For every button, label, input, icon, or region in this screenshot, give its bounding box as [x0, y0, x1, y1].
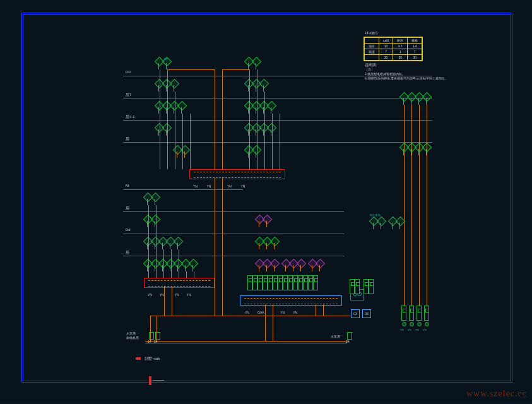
busbar-labels: YN YN YN YN [148, 287, 191, 299]
riser-label: VN [408, 328, 411, 331]
notes-block: 说明四: （含） 2.低压配电柜成套柜面内装。 分观察部分的柜体,母排规格均为型… [365, 63, 472, 81]
wire [162, 316, 351, 316]
bus-label: YN [160, 293, 164, 297]
wire [175, 92, 175, 169]
junction-dot [402, 322, 406, 326]
wire [264, 92, 265, 169]
td [365, 55, 379, 61]
wire-trunk [222, 178, 223, 316]
legend: 别墅–cab [136, 356, 160, 362]
td: 30 [393, 55, 408, 61]
wire [316, 304, 316, 316]
riser [427, 105, 427, 309]
busbar-blue [240, 295, 342, 306]
bus-label: YN [186, 293, 191, 297]
legend-text: 别墅–cab [145, 357, 160, 360]
floor-label: 层 [126, 136, 129, 142]
cad-viewport: DD 层7 层4-1 层 M 层 Dd 层 DB [0, 0, 532, 404]
busbar-mid-left [144, 278, 215, 288]
wire [273, 304, 273, 341]
wire-trunk [222, 69, 223, 169]
bus-label: YN [193, 184, 198, 188]
wire [156, 205, 157, 278]
wire [167, 69, 168, 169]
counter-value: 03 [365, 312, 369, 316]
bottom-bus [145, 343, 347, 343]
floor-label: 层4-1 [126, 114, 135, 120]
wire [194, 271, 194, 278]
wire [167, 69, 215, 70]
bottom-bus [145, 341, 347, 342]
text: 水泵房 [126, 331, 139, 336]
bus-label: YN [245, 311, 249, 314]
wire [186, 271, 187, 278]
bus-label: YN [148, 293, 152, 297]
junction-dot [410, 322, 414, 326]
td: 30 [379, 55, 393, 61]
wire [190, 114, 191, 169]
base-label: 水泵房 发电机房 [126, 331, 139, 340]
bus-label: YN [293, 311, 297, 314]
wire [179, 249, 179, 278]
counter-value: 03 [353, 312, 357, 316]
wire [148, 205, 149, 278]
base-label: 水泵房 [331, 335, 340, 339]
bus-label: GAA [257, 311, 264, 314]
text: 发电机房 [126, 336, 139, 340]
floor-label: 层7 [126, 92, 131, 98]
counter-b: 03 [362, 309, 371, 318]
wire [222, 69, 249, 70]
td: 项目 [365, 44, 379, 49]
floor-line [123, 142, 432, 143]
terminal-block [347, 332, 352, 340]
floor-label: 层 [126, 250, 129, 256]
floor-label: 层 [126, 206, 129, 211]
wire [182, 114, 183, 169]
wire [160, 69, 160, 169]
td: 30 [408, 55, 422, 61]
floor-label: DD [126, 70, 131, 74]
wire [150, 316, 151, 341]
floor-line [123, 120, 432, 121]
td: 7 [379, 49, 393, 55]
riser [404, 105, 405, 309]
td: 4.7 [393, 44, 408, 49]
wire-trunk [215, 69, 215, 169]
bus-label: YN [240, 184, 245, 188]
wire-trunk [215, 178, 215, 316]
riser [419, 105, 420, 309]
device-label: DB [164, 57, 168, 61]
busbar-upper [189, 169, 285, 179]
th [365, 38, 379, 44]
th: 耐压 [393, 38, 408, 44]
wire [265, 304, 266, 341]
bus-label: YN [280, 311, 285, 314]
terminal-label: 2# [346, 340, 350, 344]
table-title: 14试验号 [365, 31, 378, 35]
scale-line [153, 380, 164, 381]
th: 规格 [408, 38, 422, 44]
bus-label: YN [175, 293, 179, 297]
riser-label: VN [423, 328, 427, 331]
riser-label: VN [415, 328, 419, 331]
wire [272, 114, 273, 169]
busbar-labels: YN YN YN YN [193, 179, 245, 190]
notes-title: 说明四: [365, 63, 472, 68]
riser [411, 105, 412, 309]
text: 水泵房 [331, 335, 340, 339]
wire [164, 287, 165, 316]
notes-line: 2.低压配电柜成套柜面内装。 [365, 72, 472, 76]
wire [171, 249, 172, 278]
wire [172, 287, 172, 316]
notes-line: 分观察部分的柜体,母排规格均为型号ш,应站平到上底部位。 [365, 76, 472, 81]
watermark: www.szelec.cc [466, 389, 527, 399]
legend-swatch-icon [136, 357, 141, 360]
td: 额度 [365, 49, 379, 55]
busbar-labels: YN GAA YN YN [245, 305, 297, 316]
floor-label: M [126, 184, 129, 187]
wire [257, 69, 257, 169]
counter-a: 03 [351, 309, 360, 318]
junction-dot [417, 322, 422, 326]
th: cabl [379, 38, 393, 44]
bus-label: YN [227, 184, 232, 188]
